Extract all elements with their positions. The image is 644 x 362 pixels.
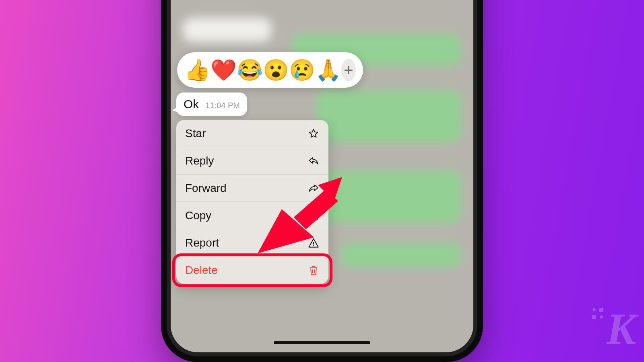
menu-label: Reply (185, 154, 214, 167)
watermark-dots-icon (592, 308, 603, 319)
menu-item-reply[interactable]: Reply (176, 147, 328, 175)
menu-item-report[interactable]: Report (176, 229, 328, 257)
stage: 👍 ❤️ 😂 😮 😢 🙏 + Ok 11:04 PM Star Reply (0, 0, 644, 362)
reaction-heart[interactable]: ❤️ (211, 60, 237, 80)
reaction-thumbs-up[interactable]: 👍 (184, 60, 211, 80)
message-text: Ok (184, 97, 199, 111)
watermark-text: K (607, 304, 634, 354)
reaction-laugh[interactable]: 😂 (237, 60, 263, 80)
menu-item-delete[interactable]: Delete (176, 257, 328, 284)
svg-point-2 (313, 245, 314, 246)
add-reaction-button[interactable]: + (341, 59, 356, 81)
menu-label: Forward (185, 182, 227, 195)
message-bubble[interactable]: Ok 11:04 PM (176, 93, 247, 116)
warning-icon (308, 237, 320, 249)
menu-label: Copy (185, 209, 211, 222)
menu-item-forward[interactable]: Forward (176, 175, 328, 202)
menu-item-copy[interactable]: Copy (176, 202, 328, 229)
svg-rect-0 (312, 213, 317, 220)
menu-item-star[interactable]: Star (176, 120, 328, 147)
reply-icon (308, 155, 320, 167)
reaction-pray[interactable]: 🙏 (315, 60, 341, 80)
menu-label: Delete (185, 264, 218, 277)
bubble-tail-icon (172, 106, 179, 113)
reaction-sad[interactable]: 😢 (289, 60, 315, 80)
reaction-bar: 👍 ❤️ 😂 😮 😢 🙏 + (177, 52, 363, 88)
plus-icon: + (344, 61, 353, 79)
reaction-surprised[interactable]: 😮 (263, 60, 289, 80)
star-icon (308, 128, 320, 140)
context-menu: Star Reply Forward Copy Report (176, 120, 328, 284)
menu-label: Report (185, 237, 219, 249)
copy-icon (308, 210, 320, 222)
menu-label: Star (185, 127, 206, 140)
trash-icon (308, 264, 320, 276)
watermark: K (607, 304, 634, 355)
message-timestamp: 11:04 PM (205, 101, 240, 110)
home-indicator (274, 341, 370, 344)
forward-icon (308, 182, 320, 194)
